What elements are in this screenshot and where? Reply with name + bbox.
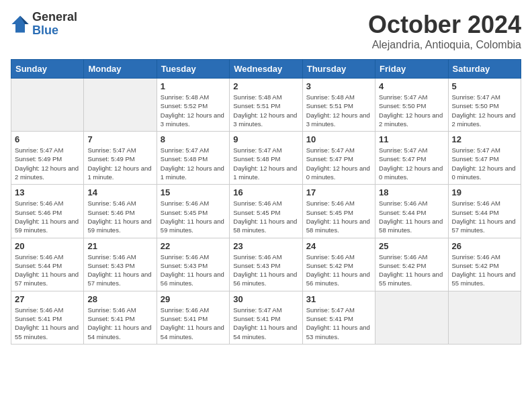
day-number: 2 — [233, 81, 298, 91]
title-area: October 2024 Alejandria, Antioquia, Colo… — [368, 11, 521, 51]
day-info: Sunrise: 5:46 AMSunset: 5:45 PMDaylight:… — [306, 199, 371, 234]
calendar-cell: 11Sunrise: 5:47 AMSunset: 5:47 PMDayligh… — [375, 132, 448, 185]
calendar-cell: 9Sunrise: 5:47 AMSunset: 5:48 PMDaylight… — [230, 132, 302, 185]
calendar-cell — [375, 291, 448, 344]
day-number: 3 — [306, 81, 371, 91]
logo: General Blue — [11, 11, 77, 38]
day-info: Sunrise: 5:47 AMSunset: 5:41 PMDaylight:… — [306, 306, 371, 341]
page-header: General Blue October 2024 Alejandria, An… — [11, 11, 521, 51]
day-info: Sunrise: 5:48 AMSunset: 5:51 PMDaylight:… — [233, 93, 298, 128]
day-info: Sunrise: 5:46 AMSunset: 5:44 PMDaylight:… — [15, 253, 80, 288]
calendar-cell: 10Sunrise: 5:47 AMSunset: 5:47 PMDayligh… — [302, 132, 375, 185]
calendar-cell: 6Sunrise: 5:47 AMSunset: 5:49 PMDaylight… — [11, 132, 84, 185]
day-info: Sunrise: 5:47 AMSunset: 5:47 PMDaylight:… — [452, 146, 517, 181]
day-info: Sunrise: 5:46 AMSunset: 5:46 PMDaylight:… — [87, 199, 152, 234]
day-header-wednesday: Wednesday — [230, 60, 302, 79]
calendar-cell: 20Sunrise: 5:46 AMSunset: 5:44 PMDayligh… — [11, 238, 84, 291]
calendar-cell: 24Sunrise: 5:46 AMSunset: 5:42 PMDayligh… — [302, 238, 375, 291]
day-header-thursday: Thursday — [302, 60, 375, 79]
location-title: Alejandria, Antioquia, Colombia — [368, 39, 521, 51]
calendar-table: SundayMondayTuesdayWednesdayThursdayFrid… — [11, 59, 521, 345]
day-number: 5 — [452, 81, 517, 91]
day-number: 29 — [161, 294, 226, 304]
calendar-cell: 18Sunrise: 5:46 AMSunset: 5:44 PMDayligh… — [375, 185, 448, 238]
calendar-cell: 7Sunrise: 5:47 AMSunset: 5:49 PMDaylight… — [84, 132, 157, 185]
day-number: 15 — [161, 187, 226, 197]
day-number: 22 — [161, 241, 226, 251]
day-info: Sunrise: 5:46 AMSunset: 5:45 PMDaylight:… — [233, 199, 298, 234]
day-number: 9 — [233, 134, 298, 144]
calendar-cell: 2Sunrise: 5:48 AMSunset: 5:51 PMDaylight… — [230, 79, 302, 132]
day-info: Sunrise: 5:47 AMSunset: 5:49 PMDaylight:… — [15, 146, 80, 181]
calendar-cell: 27Sunrise: 5:46 AMSunset: 5:41 PMDayligh… — [11, 291, 84, 344]
day-info: Sunrise: 5:46 AMSunset: 5:42 PMDaylight:… — [452, 253, 517, 288]
month-title: October 2024 — [368, 11, 521, 39]
day-info: Sunrise: 5:47 AMSunset: 5:47 PMDaylight:… — [379, 146, 444, 181]
day-number: 20 — [15, 241, 80, 251]
calendar-cell: 13Sunrise: 5:46 AMSunset: 5:46 PMDayligh… — [11, 185, 84, 238]
logo-icon — [11, 15, 30, 34]
day-info: Sunrise: 5:47 AMSunset: 5:49 PMDaylight:… — [87, 146, 152, 181]
day-info: Sunrise: 5:48 AMSunset: 5:51 PMDaylight:… — [306, 93, 371, 128]
calendar-cell: 4Sunrise: 5:47 AMSunset: 5:50 PMDaylight… — [375, 79, 448, 132]
day-info: Sunrise: 5:46 AMSunset: 5:41 PMDaylight:… — [15, 306, 80, 341]
day-info: Sunrise: 5:46 AMSunset: 5:43 PMDaylight:… — [161, 253, 226, 288]
day-header-monday: Monday — [84, 60, 157, 79]
calendar-cell: 25Sunrise: 5:46 AMSunset: 5:42 PMDayligh… — [375, 238, 448, 291]
day-header-saturday: Saturday — [448, 60, 521, 79]
day-header-friday: Friday — [375, 60, 448, 79]
calendar-header-row: SundayMondayTuesdayWednesdayThursdayFrid… — [11, 60, 521, 79]
day-info: Sunrise: 5:47 AMSunset: 5:47 PMDaylight:… — [306, 146, 371, 181]
day-number: 30 — [233, 294, 298, 304]
day-info: Sunrise: 5:47 AMSunset: 5:50 PMDaylight:… — [452, 93, 517, 128]
day-header-sunday: Sunday — [11, 60, 84, 79]
calendar-week-2: 6Sunrise: 5:47 AMSunset: 5:49 PMDaylight… — [11, 132, 521, 185]
day-number: 14 — [87, 187, 152, 197]
calendar-cell: 19Sunrise: 5:46 AMSunset: 5:44 PMDayligh… — [448, 185, 521, 238]
logo-blue: Blue — [32, 24, 77, 38]
calendar-cell: 31Sunrise: 5:47 AMSunset: 5:41 PMDayligh… — [302, 291, 375, 344]
calendar-cell: 28Sunrise: 5:46 AMSunset: 5:41 PMDayligh… — [84, 291, 157, 344]
day-info: Sunrise: 5:47 AMSunset: 5:41 PMDaylight:… — [233, 306, 298, 341]
calendar-cell: 14Sunrise: 5:46 AMSunset: 5:46 PMDayligh… — [84, 185, 157, 238]
day-number: 19 — [452, 187, 517, 197]
calendar-cell: 22Sunrise: 5:46 AMSunset: 5:43 PMDayligh… — [157, 238, 229, 291]
calendar-cell: 26Sunrise: 5:46 AMSunset: 5:42 PMDayligh… — [448, 238, 521, 291]
calendar-cell: 16Sunrise: 5:46 AMSunset: 5:45 PMDayligh… — [230, 185, 302, 238]
day-number: 26 — [452, 241, 517, 251]
day-number: 16 — [233, 187, 298, 197]
calendar-cell: 15Sunrise: 5:46 AMSunset: 5:45 PMDayligh… — [157, 185, 229, 238]
day-info: Sunrise: 5:47 AMSunset: 5:50 PMDaylight:… — [379, 93, 444, 128]
calendar-cell — [84, 79, 157, 132]
calendar-cell: 21Sunrise: 5:46 AMSunset: 5:43 PMDayligh… — [84, 238, 157, 291]
day-number: 21 — [87, 241, 152, 251]
day-number: 31 — [306, 294, 371, 304]
calendar-cell: 5Sunrise: 5:47 AMSunset: 5:50 PMDaylight… — [448, 79, 521, 132]
day-number: 24 — [306, 241, 371, 251]
day-number: 23 — [233, 241, 298, 251]
day-info: Sunrise: 5:46 AMSunset: 5:46 PMDaylight:… — [15, 199, 80, 234]
calendar-cell: 12Sunrise: 5:47 AMSunset: 5:47 PMDayligh… — [448, 132, 521, 185]
day-number: 8 — [161, 134, 226, 144]
day-info: Sunrise: 5:48 AMSunset: 5:52 PMDaylight:… — [161, 93, 226, 128]
calendar-week-3: 13Sunrise: 5:46 AMSunset: 5:46 PMDayligh… — [11, 185, 521, 238]
day-number: 13 — [15, 187, 80, 197]
day-info: Sunrise: 5:46 AMSunset: 5:43 PMDaylight:… — [87, 253, 152, 288]
day-number: 10 — [306, 134, 371, 144]
day-number: 17 — [306, 187, 371, 197]
day-number: 7 — [87, 134, 152, 144]
day-info: Sunrise: 5:46 AMSunset: 5:41 PMDaylight:… — [161, 306, 226, 341]
day-info: Sunrise: 5:46 AMSunset: 5:45 PMDaylight:… — [161, 199, 226, 234]
calendar-cell: 17Sunrise: 5:46 AMSunset: 5:45 PMDayligh… — [302, 185, 375, 238]
day-info: Sunrise: 5:46 AMSunset: 5:44 PMDaylight:… — [379, 199, 444, 234]
day-number: 27 — [15, 294, 80, 304]
day-info: Sunrise: 5:46 AMSunset: 5:41 PMDaylight:… — [87, 306, 152, 341]
calendar-week-1: 1Sunrise: 5:48 AMSunset: 5:52 PMDaylight… — [11, 79, 521, 132]
calendar-cell: 8Sunrise: 5:47 AMSunset: 5:48 PMDaylight… — [157, 132, 229, 185]
day-number: 11 — [379, 134, 444, 144]
day-number: 6 — [15, 134, 80, 144]
day-info: Sunrise: 5:47 AMSunset: 5:48 PMDaylight:… — [161, 146, 226, 181]
logo-text: General Blue — [32, 11, 77, 38]
day-number: 4 — [379, 81, 444, 91]
calendar-cell: 30Sunrise: 5:47 AMSunset: 5:41 PMDayligh… — [230, 291, 302, 344]
